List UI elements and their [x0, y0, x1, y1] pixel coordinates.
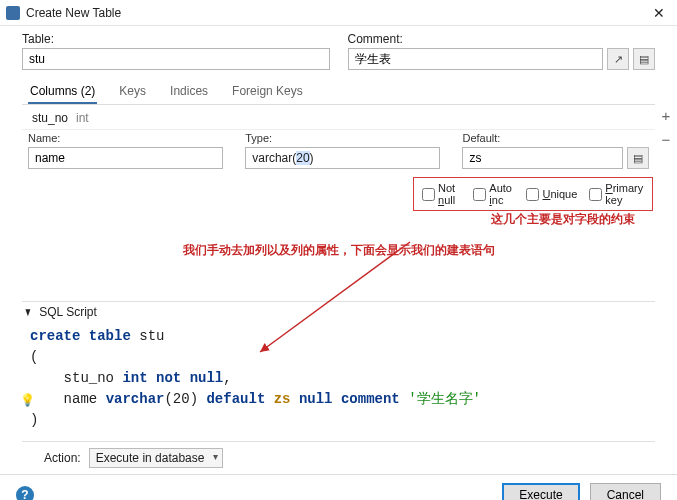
prop-name-input[interactable] — [28, 147, 223, 169]
tab-keys[interactable]: Keys — [117, 80, 148, 104]
tab-foreign-keys[interactable]: Foreign Keys — [230, 80, 305, 104]
prop-type-input[interactable]: varchar(20) — [245, 147, 440, 169]
help-icon[interactable]: ? — [16, 486, 34, 500]
primarykey-checkbox[interactable]: Primary key — [589, 182, 644, 206]
execute-button[interactable]: Execute — [502, 483, 579, 500]
column-name: stu_no — [32, 111, 68, 125]
action-label: Action: — [44, 451, 81, 465]
autoinc-checkbox[interactable]: Auto inc — [473, 182, 514, 206]
tab-columns[interactable]: Columns (2) — [28, 80, 97, 104]
prop-default-label: Default: — [462, 132, 649, 144]
column-type: int — [76, 111, 89, 125]
expand-icon[interactable]: ↗ — [607, 48, 629, 70]
annotation-manual: 我们手动去加列以及列的属性，下面会显示我们的建表语句 — [22, 242, 655, 259]
app-icon — [6, 6, 20, 20]
comment-label: Comment: — [348, 32, 656, 46]
close-icon[interactable]: ✕ — [647, 5, 671, 21]
add-column-button[interactable]: + — [657, 107, 675, 125]
prop-name-label: Name: — [28, 132, 233, 144]
cancel-button[interactable]: Cancel — [590, 483, 661, 500]
prop-type-label: Type: — [245, 132, 450, 144]
sql-script-toggle[interactable]: ▼ SQL Script — [22, 301, 655, 322]
notnull-checkbox[interactable]: Not null — [422, 182, 461, 206]
sql-editor[interactable]: 💡 create table stu ( stu_no int not null… — [22, 322, 655, 442]
annotation-constraints: 这几个主要是对字段的约束 — [22, 211, 635, 228]
window-title: Create New Table — [26, 6, 647, 20]
unique-checkbox[interactable]: Unique — [526, 182, 577, 206]
table-name-input[interactable] — [22, 48, 330, 70]
constraint-box: Not null Auto inc Unique Primary key — [413, 177, 653, 211]
bulb-icon[interactable]: 💡 — [20, 392, 35, 410]
remove-column-button[interactable]: − — [657, 131, 675, 149]
tab-indices[interactable]: Indices — [168, 80, 210, 104]
action-dropdown[interactable]: Execute in database — [89, 448, 224, 468]
comment-input[interactable] — [348, 48, 604, 70]
default-menu-button[interactable]: ▤ — [627, 147, 649, 169]
table-label: Table: — [22, 32, 330, 46]
prop-default-input[interactable] — [462, 147, 623, 169]
column-row[interactable]: stu_no int — [26, 109, 655, 127]
comment-menu-button[interactable]: ▤ — [633, 48, 655, 70]
